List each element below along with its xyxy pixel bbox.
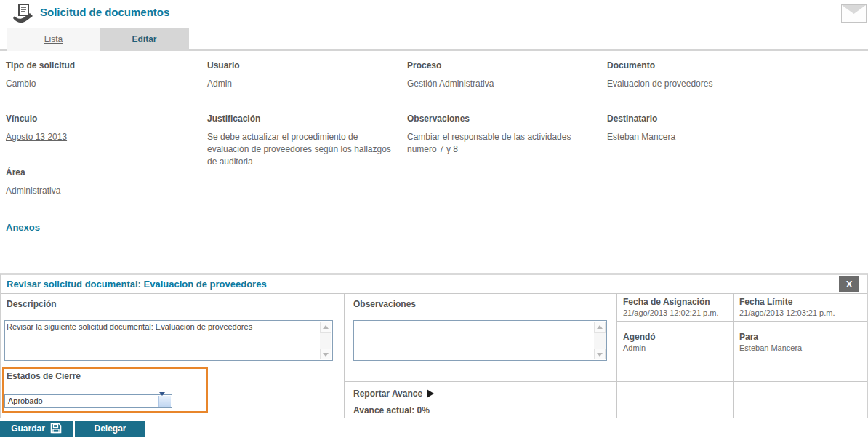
save-icon: [45, 423, 62, 434]
fecha-limite-label: Fecha Límite: [739, 297, 861, 307]
field-label: Usuario: [207, 60, 396, 71]
field-observaciones: Observaciones Cambiar el responsable de …: [407, 114, 600, 156]
observaciones-textarea[interactable]: [353, 320, 607, 361]
estados-cierre-select[interactable]: Aprobado: [4, 394, 172, 408]
descripcion-label: Descripción: [7, 299, 57, 309]
field-justificacion: Justificación Se debe actualizar el proc…: [207, 114, 401, 168]
document-request-icon: [12, 3, 35, 28]
scroll-down-icon[interactable]: [320, 349, 331, 359]
field-value: Gestión Administrativa: [407, 78, 596, 90]
field-label: Tipo de solicitud: [6, 60, 195, 71]
tab-editar[interactable]: Editar: [100, 28, 189, 51]
field-label: Destinatario: [607, 114, 825, 124]
field-value: Evaluacion de proveedores: [607, 78, 825, 90]
field-value: Cambio: [6, 78, 195, 90]
fecha-asignacion-label: Fecha de Asignación: [623, 297, 727, 307]
spacer-cell: [617, 365, 734, 382]
guardar-label: Guardar: [11, 423, 45, 434]
agendo-value: Admin: [623, 343, 727, 352]
scrollbar[interactable]: [594, 322, 606, 359]
field-value: Administrativa: [6, 185, 195, 197]
reportar-avance-cell: Reportar Avance Avance actual: 0%: [345, 382, 617, 418]
task-panel-header: Revisar solicitud documental: Evaluacion…: [1, 275, 867, 294]
task-panel-body: Descripción Revisar la siguiente solicit…: [1, 294, 867, 418]
field-label: Proceso: [407, 60, 596, 71]
tab-lista[interactable]: Lista: [7, 28, 100, 51]
descripcion-textarea[interactable]: Revisar la siguiente solicitud documenta…: [4, 320, 333, 361]
scroll-down-icon[interactable]: [594, 349, 606, 359]
fecha-limite-value: 21/ago/2013 12:03:21 p.m.: [739, 308, 861, 317]
avance-actual-text: Avance actual: 0%: [353, 405, 430, 415]
field-label: Justificación: [207, 114, 401, 124]
guardar-button[interactable]: Guardar: [0, 421, 73, 437]
page: Solicitud de documentos Lista Editar Tip…: [0, 0, 868, 438]
divider: [353, 402, 608, 402]
field-label: Documento: [607, 60, 825, 71]
fecha-asignacion-cell: Fecha de Asignación 21/ago/2013 12:02:21…: [617, 294, 734, 322]
spacer-cell: [345, 365, 617, 382]
page-title: Solicitud de documentos: [40, 6, 169, 18]
vinculo-link[interactable]: Agosto 13 2013: [6, 131, 195, 143]
field-destinatario: Destinatario Esteban Mancera: [607, 114, 825, 143]
agendo-label: Agendó: [623, 332, 727, 342]
para-cell: Para Esteban Mancera: [734, 322, 867, 365]
field-label: Observaciones: [407, 114, 600, 124]
spacer-cell: [734, 382, 867, 418]
field-usuario: Usuario Admin: [207, 60, 396, 90]
agendo-cell: Agendó Admin: [617, 322, 734, 365]
field-value: Admin: [207, 78, 396, 90]
task-panel: Revisar solicitud documental: Evaluacion…: [0, 273, 868, 418]
spacer-cell: [617, 382, 734, 418]
delegar-button[interactable]: Delegar: [75, 421, 145, 437]
field-tipo-solicitud: Tipo de solicitud Cambio: [6, 60, 195, 90]
para-label: Para: [739, 332, 861, 342]
tab-bar: Lista Editar: [0, 28, 868, 51]
field-value: Cambiar el responsable de las actividade…: [407, 131, 600, 156]
observaciones-cell: Observaciones: [345, 294, 617, 365]
scroll-up-icon[interactable]: [320, 322, 331, 333]
field-label: Vínculo: [6, 114, 195, 124]
descripcion-text: Revisar la siguiente solicitud documenta…: [7, 322, 318, 332]
field-vinculo: Vínculo Agosto 13 2013: [6, 114, 195, 143]
field-label: Área: [6, 167, 195, 178]
fecha-asignacion-value: 21/ago/2013 12:02:21 p.m.: [623, 308, 727, 317]
delegar-label: Delegar: [94, 423, 126, 434]
anexos-heading: Anexos: [6, 222, 40, 233]
fecha-limite-cell: Fecha Límite 21/ago/2013 12:03:21 p.m.: [734, 294, 867, 322]
spacer-cell: [734, 365, 867, 382]
descripcion-cell: Descripción Revisar la siguiente solicit…: [1, 294, 345, 365]
para-value: Esteban Mancera: [739, 343, 861, 352]
observaciones-label: Observaciones: [353, 299, 416, 309]
estados-cierre-label: Estados de Cierre: [7, 371, 81, 381]
field-documento: Documento Evaluacion de proveedores: [607, 60, 825, 90]
close-button[interactable]: X: [839, 276, 859, 292]
field-value: Se debe actualizar el procedimiento de e…: [207, 131, 401, 168]
tab-editar-label: Editar: [132, 34, 156, 44]
reportar-avance-label: Reportar Avance: [353, 389, 422, 399]
scroll-up-icon[interactable]: [594, 322, 606, 333]
field-proceso: Proceso Gestión Administrativa: [407, 60, 596, 90]
field-value: Esteban Mancera: [607, 131, 825, 143]
envelope-icon[interactable]: [841, 4, 867, 25]
tab-lista-label: Lista: [44, 34, 63, 44]
reportar-avance-icon[interactable]: [427, 389, 434, 398]
field-area: Área Administrativa: [6, 167, 195, 197]
estados-cierre-cell: Estados de Cierre Aprobado: [1, 365, 345, 418]
chevron-down-icon[interactable]: [158, 396, 171, 407]
selected-option: Aprobado: [8, 397, 43, 405]
task-panel-title: Revisar solicitud documental: Evaluacion…: [7, 275, 267, 294]
scrollbar[interactable]: [320, 322, 331, 359]
